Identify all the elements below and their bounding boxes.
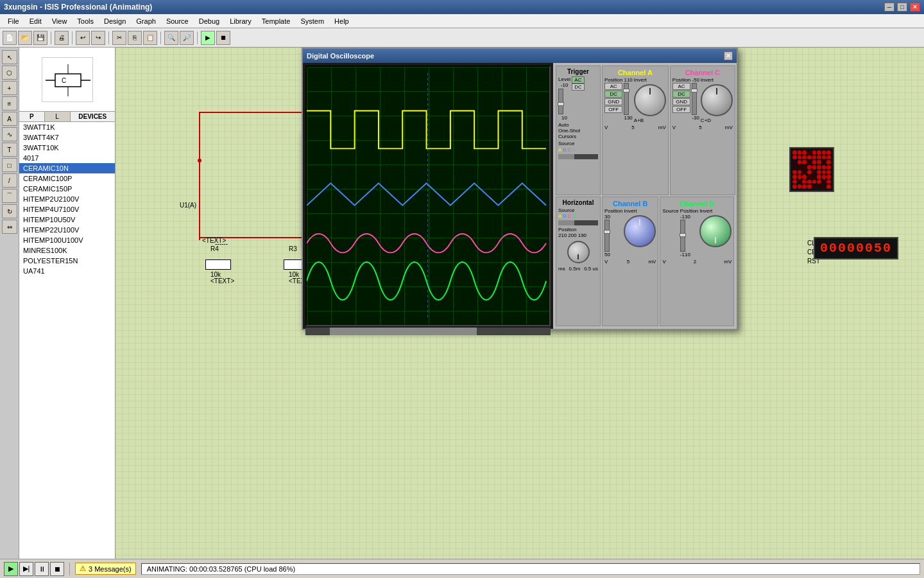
menu-graph[interactable]: Graph bbox=[131, 16, 161, 26]
horiz-ch-a[interactable]: A bbox=[558, 213, 561, 219]
open-button[interactable]: 📂 bbox=[18, 31, 32, 45]
undo-button[interactable]: ↩ bbox=[76, 31, 90, 45]
component-tool[interactable]: ⬡ bbox=[2, 66, 17, 80]
print-button[interactable]: 🖨 bbox=[55, 31, 69, 45]
component-hitemp22u[interactable]: HITEMP22U100V bbox=[19, 225, 115, 235]
arc-tool[interactable]: ⌒ bbox=[2, 189, 17, 203]
channel-b-slider[interactable] bbox=[604, 220, 610, 252]
stop-button[interactable]: ⏹ bbox=[50, 562, 64, 576]
menu-library[interactable]: Library bbox=[225, 16, 257, 26]
channel-a-ac[interactable]: AC bbox=[604, 83, 622, 90]
save-button[interactable]: 💾 bbox=[33, 31, 47, 45]
select-tool[interactable]: ↖ bbox=[2, 50, 17, 64]
trigger-auto-btn[interactable]: Auto bbox=[558, 122, 598, 128]
component-hitemp10u[interactable]: HITEMP10U50V bbox=[19, 215, 115, 225]
redo-button[interactable]: ↪ bbox=[91, 31, 105, 45]
trigger-ch-b[interactable]: B bbox=[563, 147, 566, 153]
component-hitemp100u[interactable]: HITEMP100U100V bbox=[19, 235, 115, 245]
trigger-slider-thumb[interactable] bbox=[558, 102, 564, 106]
channel-a-dc[interactable]: DC bbox=[604, 91, 622, 98]
wire-tool[interactable]: + bbox=[2, 81, 17, 95]
component-minres[interactable]: MINRES100K bbox=[19, 245, 115, 256]
channel-c-off[interactable]: OFF bbox=[672, 106, 690, 113]
trigger-level-slider[interactable] bbox=[558, 89, 563, 114]
tab-p[interactable]: P bbox=[19, 112, 45, 121]
trigger-ac-btn[interactable]: AC bbox=[572, 76, 585, 83]
pause-button[interactable]: ⏸ bbox=[35, 562, 49, 576]
channel-c-slider-thumb[interactable] bbox=[691, 89, 697, 92]
bus-tool[interactable]: ≡ bbox=[2, 96, 17, 110]
mirror-tool[interactable]: ⇔ bbox=[2, 220, 17, 234]
channel-c-dc[interactable]: DC bbox=[672, 91, 690, 98]
horiz-ch-d[interactable]: D bbox=[572, 213, 576, 219]
osc-scrollbar[interactable] bbox=[305, 328, 551, 335]
play-button[interactable]: ▶ bbox=[4, 562, 18, 576]
trigger-oneshot-btn[interactable]: One-Shot bbox=[558, 128, 598, 134]
horizontal-knob[interactable] bbox=[567, 241, 590, 263]
menu-file[interactable]: File bbox=[3, 16, 24, 26]
menu-template[interactable]: Template bbox=[257, 16, 296, 26]
canvas-area[interactable]: U1(A) <TEXT> ------ R4 10k <TEXT> R3 10k… bbox=[116, 48, 924, 559]
menu-design[interactable]: Design bbox=[99, 16, 131, 26]
channel-c-gnd[interactable]: GND bbox=[672, 98, 690, 105]
text-tool[interactable]: T bbox=[2, 143, 17, 157]
channel-a-slider[interactable] bbox=[624, 83, 629, 115]
component-ceramic100p[interactable]: CERAMIC100P bbox=[19, 173, 115, 184]
step-button[interactable]: ▶| bbox=[19, 562, 33, 576]
rotate-tool[interactable]: ↻ bbox=[2, 204, 17, 218]
line-tool[interactable]: / bbox=[2, 173, 17, 188]
trigger-ch-c[interactable]: C bbox=[568, 147, 572, 153]
minimize-button[interactable]: ─ bbox=[884, 3, 894, 12]
channel-d-slider[interactable] bbox=[680, 220, 685, 252]
trigger-ch-a[interactable]: A bbox=[558, 147, 561, 153]
maximize-button[interactable]: □ bbox=[897, 3, 907, 12]
channel-a-off[interactable]: OFF bbox=[604, 106, 622, 113]
new-button[interactable]: 📄 bbox=[3, 31, 17, 45]
menu-tools[interactable]: Tools bbox=[72, 16, 99, 26]
zoom-out-button[interactable]: 🔎 bbox=[180, 31, 194, 45]
close-button[interactable]: ✕ bbox=[910, 3, 920, 12]
zoom-in-button[interactable]: 🔍 bbox=[164, 31, 178, 45]
channel-c-ac[interactable]: AC bbox=[672, 83, 690, 90]
component-4017[interactable]: 4017 bbox=[19, 153, 115, 163]
menu-help[interactable]: Help bbox=[329, 16, 354, 26]
channel-b-knob[interactable] bbox=[624, 215, 656, 247]
component-3watt4k7[interactable]: 3WATT4K7 bbox=[19, 132, 115, 143]
channel-a-knob[interactable] bbox=[634, 84, 666, 116]
channel-d-knob[interactable] bbox=[699, 215, 732, 247]
probe-tool[interactable]: ∿ bbox=[2, 127, 17, 141]
trigger-dc-btn[interactable]: DC bbox=[572, 83, 585, 91]
trigger-ch-d[interactable]: D bbox=[572, 147, 576, 153]
component-ceramic10n[interactable]: CERAMIC10N bbox=[19, 163, 115, 173]
osc-scroll-thumb[interactable] bbox=[330, 328, 477, 335]
component-ua741[interactable]: UA741 bbox=[19, 266, 115, 276]
trigger-cursors-btn[interactable]: Cursors bbox=[558, 134, 598, 139]
run-button[interactable]: ▶ bbox=[201, 31, 215, 45]
component-3watt1k[interactable]: 3WATT1K bbox=[19, 122, 115, 132]
box-tool[interactable]: □ bbox=[2, 158, 17, 172]
channel-c-slider[interactable] bbox=[692, 83, 697, 115]
menu-edit[interactable]: Edit bbox=[24, 16, 47, 26]
label-tool[interactable]: A bbox=[2, 112, 17, 126]
tab-l[interactable]: L bbox=[45, 112, 71, 121]
cut-button[interactable]: ✂ bbox=[112, 31, 126, 45]
osc-close-button[interactable]: ✕ bbox=[724, 51, 733, 60]
oscilloscope-window[interactable]: Digital Oscilloscope ✕ bbox=[302, 48, 738, 330]
component-hitemp2u[interactable]: HITEMP2U2100V bbox=[19, 194, 115, 204]
channel-d-slider-thumb[interactable] bbox=[680, 233, 686, 237]
menu-system[interactable]: System bbox=[295, 16, 329, 26]
horiz-ch-b[interactable]: B bbox=[563, 213, 566, 219]
component-polyester[interactable]: POLYESTER15N bbox=[19, 256, 115, 266]
component-hitemp4u[interactable]: HITEMP4U7100V bbox=[19, 204, 115, 215]
copy-button[interactable]: ⎘ bbox=[128, 31, 142, 45]
component-3watt10k[interactable]: 3WATT10K bbox=[19, 143, 115, 153]
stop-button[interactable]: ⏹ bbox=[216, 31, 230, 45]
menu-source[interactable]: Source bbox=[161, 16, 194, 26]
osc-title-bar[interactable]: Digital Oscilloscope ✕ bbox=[303, 49, 737, 63]
channel-b-slider-thumb[interactable] bbox=[604, 230, 610, 234]
channel-c-knob[interactable] bbox=[701, 84, 733, 116]
component-ceramic150p[interactable]: CERAMIC150P bbox=[19, 184, 115, 194]
horiz-ch-c[interactable]: C bbox=[568, 213, 572, 219]
menu-debug[interactable]: Debug bbox=[194, 16, 225, 26]
channel-a-gnd[interactable]: GND bbox=[604, 98, 622, 105]
